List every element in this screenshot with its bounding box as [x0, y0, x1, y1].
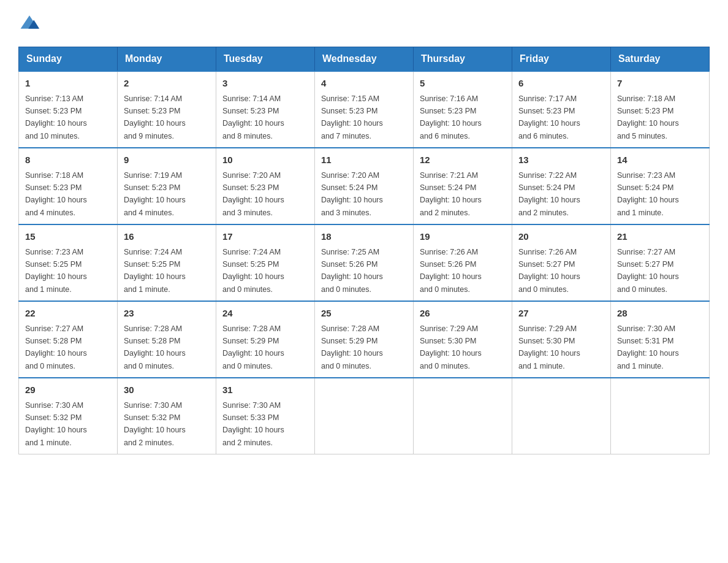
day-info: Sunrise: 7:28 AMSunset: 5:29 PMDaylight:…: [321, 324, 383, 370]
calendar-cell: 5Sunrise: 7:16 AMSunset: 5:23 PMDaylight…: [414, 71, 512, 148]
calendar-cell: [611, 378, 710, 454]
calendar-week-row: 15Sunrise: 7:23 AMSunset: 5:25 PMDayligh…: [19, 224, 710, 301]
day-number: 2: [124, 77, 210, 91]
day-info: Sunrise: 7:28 AMSunset: 5:29 PMDaylight:…: [222, 324, 284, 370]
day-info: Sunrise: 7:19 AMSunset: 5:23 PMDaylight:…: [124, 171, 186, 217]
calendar-cell: 15Sunrise: 7:23 AMSunset: 5:25 PMDayligh…: [19, 224, 118, 301]
calendar-cell: 3Sunrise: 7:14 AMSunset: 5:23 PMDaylight…: [216, 71, 315, 148]
day-number: 22: [25, 307, 111, 321]
logo-area: [18, 12, 43, 34]
calendar-cell: 2Sunrise: 7:14 AMSunset: 5:23 PMDaylight…: [118, 71, 216, 148]
calendar-table: SundayMondayTuesdayWednesdayThursdayFrid…: [18, 47, 710, 454]
calendar-cell: 1Sunrise: 7:13 AMSunset: 5:23 PMDaylight…: [19, 71, 118, 148]
day-number: 5: [420, 77, 506, 91]
day-info: Sunrise: 7:15 AMSunset: 5:23 PMDaylight:…: [321, 94, 383, 140]
day-number: 19: [420, 230, 506, 244]
day-number: 4: [321, 77, 407, 91]
calendar-cell: [512, 378, 611, 454]
col-header-thursday: Thursday: [414, 47, 512, 72]
calendar-cell: 30Sunrise: 7:30 AMSunset: 5:32 PMDayligh…: [118, 378, 216, 454]
calendar-cell: 21Sunrise: 7:27 AMSunset: 5:27 PMDayligh…: [611, 224, 710, 301]
day-info: Sunrise: 7:14 AMSunset: 5:23 PMDaylight:…: [222, 94, 284, 140]
calendar-cell: 31Sunrise: 7:30 AMSunset: 5:33 PMDayligh…: [216, 378, 315, 454]
day-info: Sunrise: 7:17 AMSunset: 5:23 PMDaylight:…: [518, 94, 580, 140]
calendar-header-row: SundayMondayTuesdayWednesdayThursdayFrid…: [19, 47, 710, 72]
calendar-cell: 10Sunrise: 7:20 AMSunset: 5:23 PMDayligh…: [216, 148, 315, 224]
day-number: 31: [222, 383, 308, 397]
day-info: Sunrise: 7:30 AMSunset: 5:32 PMDaylight:…: [124, 401, 186, 447]
generalblue-logo-icon: [18, 11, 40, 33]
calendar-cell: 23Sunrise: 7:28 AMSunset: 5:28 PMDayligh…: [118, 301, 216, 378]
day-info: Sunrise: 7:25 AMSunset: 5:26 PMDaylight:…: [321, 248, 383, 294]
day-number: 17: [222, 230, 308, 244]
day-info: Sunrise: 7:24 AMSunset: 5:25 PMDaylight:…: [222, 248, 284, 294]
calendar-week-row: 29Sunrise: 7:30 AMSunset: 5:32 PMDayligh…: [19, 378, 710, 454]
day-info: Sunrise: 7:24 AMSunset: 5:25 PMDaylight:…: [124, 248, 186, 294]
day-number: 13: [518, 153, 604, 167]
day-info: Sunrise: 7:30 AMSunset: 5:32 PMDaylight:…: [25, 401, 87, 447]
day-number: 15: [25, 230, 111, 244]
day-info: Sunrise: 7:30 AMSunset: 5:33 PMDaylight:…: [222, 401, 284, 447]
calendar-cell: 26Sunrise: 7:29 AMSunset: 5:30 PMDayligh…: [414, 301, 512, 378]
calendar-cell: 6Sunrise: 7:17 AMSunset: 5:23 PMDaylight…: [512, 71, 611, 148]
col-header-friday: Friday: [512, 47, 611, 72]
day-number: 11: [321, 153, 407, 167]
day-info: Sunrise: 7:18 AMSunset: 5:23 PMDaylight:…: [617, 94, 679, 140]
calendar-cell: 28Sunrise: 7:30 AMSunset: 5:31 PMDayligh…: [611, 301, 710, 378]
day-info: Sunrise: 7:13 AMSunset: 5:23 PMDaylight:…: [25, 94, 87, 140]
day-info: Sunrise: 7:21 AMSunset: 5:24 PMDaylight:…: [420, 171, 482, 217]
calendar-cell: [315, 378, 414, 454]
calendar-cell: 17Sunrise: 7:24 AMSunset: 5:25 PMDayligh…: [216, 224, 315, 301]
day-info: Sunrise: 7:27 AMSunset: 5:28 PMDaylight:…: [25, 324, 87, 370]
calendar-week-row: 22Sunrise: 7:27 AMSunset: 5:28 PMDayligh…: [19, 301, 710, 378]
day-info: Sunrise: 7:14 AMSunset: 5:23 PMDaylight:…: [124, 94, 186, 140]
day-number: 24: [222, 307, 308, 321]
calendar-cell: 25Sunrise: 7:28 AMSunset: 5:29 PMDayligh…: [315, 301, 414, 378]
day-number: 29: [25, 383, 111, 397]
calendar-cell: 16Sunrise: 7:24 AMSunset: 5:25 PMDayligh…: [118, 224, 216, 301]
day-info: Sunrise: 7:28 AMSunset: 5:28 PMDaylight:…: [124, 324, 186, 370]
day-number: 3: [222, 77, 308, 91]
col-header-sunday: Sunday: [19, 47, 118, 72]
calendar-cell: 8Sunrise: 7:18 AMSunset: 5:23 PMDaylight…: [19, 148, 118, 224]
day-info: Sunrise: 7:20 AMSunset: 5:24 PMDaylight:…: [321, 171, 383, 217]
day-number: 8: [25, 153, 111, 167]
calendar-cell: 14Sunrise: 7:23 AMSunset: 5:24 PMDayligh…: [611, 148, 710, 224]
day-number: 20: [518, 230, 604, 244]
day-number: 7: [617, 77, 703, 91]
col-header-saturday: Saturday: [611, 47, 710, 72]
col-header-monday: Monday: [118, 47, 216, 72]
day-number: 16: [124, 230, 210, 244]
calendar-cell: 7Sunrise: 7:18 AMSunset: 5:23 PMDaylight…: [611, 71, 710, 148]
day-number: 26: [420, 307, 506, 321]
calendar-cell: 9Sunrise: 7:19 AMSunset: 5:23 PMDaylight…: [118, 148, 216, 224]
day-info: Sunrise: 7:22 AMSunset: 5:24 PMDaylight:…: [518, 171, 580, 217]
calendar-week-row: 8Sunrise: 7:18 AMSunset: 5:23 PMDaylight…: [19, 148, 710, 224]
calendar-cell: [414, 378, 512, 454]
day-info: Sunrise: 7:16 AMSunset: 5:23 PMDaylight:…: [420, 94, 482, 140]
day-number: 21: [617, 230, 703, 244]
day-info: Sunrise: 7:29 AMSunset: 5:30 PMDaylight:…: [518, 324, 580, 370]
day-number: 6: [518, 77, 604, 91]
col-header-wednesday: Wednesday: [315, 47, 414, 72]
calendar-cell: 4Sunrise: 7:15 AMSunset: 5:23 PMDaylight…: [315, 71, 414, 148]
day-info: Sunrise: 7:20 AMSunset: 5:23 PMDaylight:…: [222, 171, 284, 217]
calendar-cell: 11Sunrise: 7:20 AMSunset: 5:24 PMDayligh…: [315, 148, 414, 224]
day-info: Sunrise: 7:29 AMSunset: 5:30 PMDaylight:…: [420, 324, 482, 370]
day-info: Sunrise: 7:23 AMSunset: 5:24 PMDaylight:…: [617, 171, 679, 217]
calendar-cell: 24Sunrise: 7:28 AMSunset: 5:29 PMDayligh…: [216, 301, 315, 378]
day-number: 28: [617, 307, 703, 321]
day-number: 18: [321, 230, 407, 244]
day-number: 14: [617, 153, 703, 167]
calendar-cell: 18Sunrise: 7:25 AMSunset: 5:26 PMDayligh…: [315, 224, 414, 301]
page-header: [18, 12, 710, 34]
day-number: 23: [124, 307, 210, 321]
calendar-cell: 19Sunrise: 7:26 AMSunset: 5:26 PMDayligh…: [414, 224, 512, 301]
day-number: 30: [124, 383, 210, 397]
day-info: Sunrise: 7:27 AMSunset: 5:27 PMDaylight:…: [617, 248, 679, 294]
day-number: 1: [25, 77, 111, 91]
day-number: 27: [518, 307, 604, 321]
col-header-tuesday: Tuesday: [216, 47, 315, 72]
calendar-week-row: 1Sunrise: 7:13 AMSunset: 5:23 PMDaylight…: [19, 71, 710, 148]
calendar-cell: 13Sunrise: 7:22 AMSunset: 5:24 PMDayligh…: [512, 148, 611, 224]
